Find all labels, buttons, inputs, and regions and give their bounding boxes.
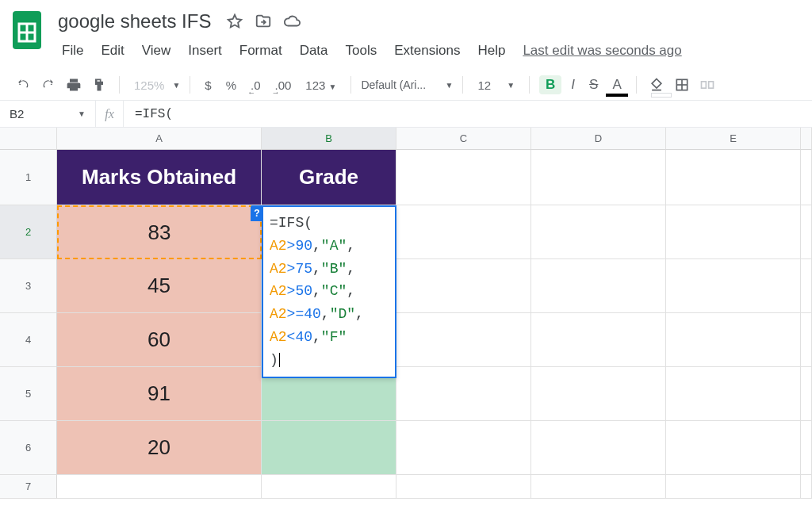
cell-D6[interactable]	[531, 421, 666, 475]
merge-cells-button[interactable]	[697, 75, 718, 95]
cell-D3[interactable]	[531, 259, 666, 313]
select-all-corner[interactable]	[0, 128, 57, 150]
cell-D2[interactable]	[531, 205, 666, 259]
tok-str: "A"	[321, 238, 347, 254]
cell-E6[interactable]	[666, 421, 801, 475]
tok-punc: ,	[312, 238, 321, 254]
redo-icon[interactable]	[38, 75, 59, 95]
row-header-4[interactable]: 4	[0, 313, 57, 367]
spreadsheet-grid[interactable]: A B C D E 1 Marks Obtained Grade 2 83 3 …	[0, 128, 812, 499]
cell-A6[interactable]: 20	[57, 421, 262, 475]
document-title[interactable]: google sheets IFS	[54, 8, 215, 35]
cell-C2[interactable]	[396, 205, 531, 259]
cell-D4[interactable]	[531, 313, 666, 367]
col-header-E[interactable]: E	[666, 128, 801, 150]
tok-ref: A2	[270, 306, 287, 322]
cell-D5[interactable]	[531, 367, 666, 421]
menu-file[interactable]: File	[54, 40, 91, 62]
cell-C1[interactable]	[396, 150, 531, 205]
toolbar: 125% ▼ $ % .0 ← .00 → 123 ▼ Default (Ari…	[0, 70, 812, 101]
cell-E7[interactable]	[666, 475, 801, 499]
format-percent-button[interactable]: %	[221, 77, 241, 94]
format-currency-button[interactable]: $	[200, 77, 216, 94]
cell-A3[interactable]: 45	[57, 259, 262, 313]
menu-view[interactable]: View	[134, 40, 179, 62]
cell-B7[interactable]	[262, 475, 396, 499]
menu-data[interactable]: Data	[292, 40, 336, 62]
cell-D1[interactable]	[531, 150, 666, 205]
cell-D7[interactable]	[531, 475, 666, 499]
cell-B6[interactable]	[262, 421, 396, 475]
bold-button[interactable]: B	[539, 75, 561, 94]
formula-bar[interactable]: =IFS(	[124, 104, 812, 124]
cell-C5[interactable]	[396, 367, 531, 421]
strikethrough-button[interactable]: S	[584, 75, 603, 94]
menu-extensions[interactable]: Extensions	[386, 40, 468, 62]
cell-A4[interactable]: 60	[57, 313, 262, 367]
name-box-value: B2	[10, 107, 24, 121]
cloud-status-icon[interactable]	[283, 13, 301, 30]
menu-edit[interactable]: Edit	[93, 40, 132, 62]
menu-help[interactable]: Help	[469, 40, 513, 62]
cell-A1[interactable]: Marks Obtained	[57, 150, 262, 205]
print-icon[interactable]	[63, 75, 84, 95]
cell-A7[interactable]	[57, 475, 262, 499]
more-formats-button[interactable]: 123 ▼	[301, 77, 341, 94]
italic-button[interactable]: I	[566, 75, 580, 94]
col-header-A[interactable]: A	[57, 128, 262, 150]
borders-button[interactable]	[672, 75, 692, 95]
row-header-2[interactable]: 2	[0, 205, 57, 259]
menu-tools[interactable]: Tools	[338, 40, 385, 62]
cell-C6[interactable]	[396, 421, 531, 475]
col-header-D[interactable]: D	[531, 128, 666, 150]
increase-decimal-button[interactable]: .00 →	[270, 77, 296, 94]
svg-rect-7	[701, 82, 706, 88]
chevron-down-icon: ▼	[507, 81, 515, 90]
cell-overflow	[801, 313, 812, 367]
font-selector[interactable]: Default (Ari... ▼	[361, 78, 453, 91]
cell-C4[interactable]	[396, 313, 531, 367]
star-icon[interactable]	[226, 13, 243, 30]
col-header-C[interactable]: C	[396, 128, 531, 150]
cell-overflow	[801, 475, 812, 499]
tok-punc: ,	[312, 283, 321, 299]
paint-format-icon[interactable]	[89, 75, 109, 95]
row-header-7[interactable]: 7	[0, 475, 57, 499]
row-header-5[interactable]: 5	[0, 367, 57, 421]
row-header-1[interactable]: 1	[0, 150, 57, 205]
col-header-B[interactable]: B	[262, 128, 396, 150]
tok-str: "F"	[321, 329, 347, 345]
cell-A5[interactable]: 91	[57, 367, 262, 421]
zoom-selector[interactable]: 125% ▼	[129, 77, 180, 94]
move-to-folder-icon[interactable]	[255, 13, 272, 30]
chevron-down-icon: ▼	[446, 81, 454, 90]
cell-E5[interactable]	[666, 367, 801, 421]
cell-E3[interactable]	[666, 259, 801, 313]
name-box[interactable]: B2 ▼	[0, 104, 95, 124]
fill-color-button[interactable]	[646, 75, 667, 95]
cell-overflow	[801, 421, 812, 475]
last-edit-link[interactable]: Last edit was seconds ago	[515, 40, 689, 62]
formula-help-icon[interactable]: ?	[251, 205, 263, 221]
tok-op: >	[287, 238, 296, 254]
font-size-selector[interactable]: 12 ▼	[473, 77, 519, 94]
toolbar-separator	[119, 76, 120, 94]
text-color-button[interactable]: A	[607, 75, 626, 94]
cell-C7[interactable]	[396, 475, 531, 499]
cell-E4[interactable]	[666, 313, 801, 367]
toolbar-separator	[462, 76, 463, 94]
menu-insert[interactable]: Insert	[180, 40, 230, 62]
decrease-decimal-button[interactable]: .0 ←	[246, 77, 266, 94]
menu-format[interactable]: Format	[232, 40, 290, 62]
sheets-logo-icon[interactable]	[10, 8, 44, 52]
cell-E2[interactable]	[666, 205, 801, 259]
cell-E1[interactable]	[666, 150, 801, 205]
undo-icon[interactable]	[13, 75, 33, 95]
row-header-3[interactable]: 3	[0, 259, 57, 313]
cell-A2[interactable]: 83	[57, 205, 262, 259]
formula-cell-editor[interactable]: =IFS( A2>90,"A", A2>75,"B", A2>50,"C", A…	[262, 205, 396, 378]
cell-B1[interactable]: Grade	[262, 150, 396, 205]
toolbar-separator	[636, 76, 637, 94]
cell-C3[interactable]	[396, 259, 531, 313]
row-header-6[interactable]: 6	[0, 421, 57, 475]
